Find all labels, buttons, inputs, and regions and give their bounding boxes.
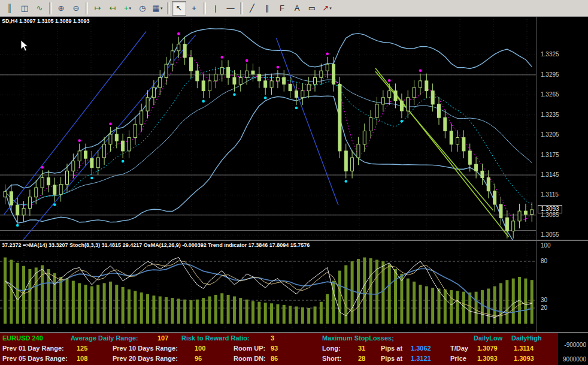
adr-label: Average Daily Range: xyxy=(71,334,138,342)
bar-chart-icon: ║ xyxy=(7,4,12,12)
mt4-window: ║◫∿⊕⊖↦↤+▾◷▦▾↖+|―╱∥FA▭↗▾ SD,H4 1.3097 1.3… xyxy=(0,0,588,365)
trendline-icon: ╱ xyxy=(250,4,254,12)
price-axis-label: 1.3235 xyxy=(541,111,559,118)
zoom-out-button[interactable]: ⊖ xyxy=(69,1,83,16)
fibonacci-icon: F xyxy=(280,4,284,12)
indicator-title: 37.2372 =>MA(14) 33.3207 Stoch(8,3,3) 31… xyxy=(2,242,310,248)
toolbar: ║◫∿⊕⊖↦↤+▾◷▦▾↖+|―╱∥FA▭↗▾ xyxy=(0,0,588,17)
line-chart-icon: ∿ xyxy=(37,4,43,12)
template-button[interactable]: ▦▾ xyxy=(150,1,165,16)
arrow-tools-button[interactable]: ↗▾ xyxy=(320,1,334,16)
period-button[interactable]: ◷ xyxy=(135,1,150,16)
toolbar-separator xyxy=(167,2,169,14)
short-price: 1.3121 xyxy=(411,355,431,362)
info-panel: EURUSD 240 Average Daily Range: 107 Risk… xyxy=(0,333,558,365)
price-axis-label: 1.3325 xyxy=(541,51,559,58)
roomdn-label: Room DN: xyxy=(234,355,266,362)
osma-axis-max: 9000000 xyxy=(563,356,586,363)
price-label: Price xyxy=(450,355,466,362)
dailylow-header: DailyLow xyxy=(474,334,502,342)
pips-at-short-label: Pips at xyxy=(381,355,402,362)
auto-scroll-button[interactable]: ↦ xyxy=(90,1,105,16)
candlestick-chart-button[interactable]: ◫ xyxy=(17,1,32,16)
text-label-icon: ▭ xyxy=(308,4,316,12)
indicator-axis-label: 30 xyxy=(541,297,547,303)
main-chart-canvas[interactable] xyxy=(0,17,536,240)
dropdown-arrow-icon: ▾ xyxy=(129,6,132,10)
indicator-axis-label: 100 xyxy=(541,242,551,249)
cursor-icon: ↖ xyxy=(176,4,183,12)
prev10-value: 100 xyxy=(195,345,205,352)
text-label-button[interactable]: ▭ xyxy=(305,1,319,16)
price-low: 1.3093 xyxy=(477,355,498,362)
price-high: 1.3093 xyxy=(514,355,534,362)
prev20-label: Prev 20 Days Range: xyxy=(113,355,178,362)
equidistant-channel-button[interactable]: ∥ xyxy=(260,1,274,16)
indicator-axis-label: 20 xyxy=(541,304,547,311)
price-axis-label: 1.3175 xyxy=(541,152,559,158)
price-axis-label: 1.3055 xyxy=(541,231,559,238)
rr-value: 3 xyxy=(271,334,274,342)
prev01-label: Prev 01 Day Range: xyxy=(2,345,64,352)
chart-shift-button[interactable]: ↤ xyxy=(105,1,120,16)
symbol-timeframe: EURUSD 240 xyxy=(2,334,43,342)
pips-at-long-label: Pips at xyxy=(381,345,402,352)
rr-label: Risk to Reward Ratio: xyxy=(181,334,250,342)
horizontal-line-icon: ― xyxy=(227,4,235,12)
roomup-label: Room UP: xyxy=(234,345,265,352)
prev20-value: 96 xyxy=(195,355,202,362)
horizontal-line-button[interactable]: ― xyxy=(223,1,238,16)
long-value: 31 xyxy=(358,345,365,352)
roomdn-value: 86 xyxy=(271,355,278,362)
vertical-line-icon: | xyxy=(214,4,216,12)
bar-chart-button[interactable]: ║ xyxy=(2,1,17,16)
short-value: 28 xyxy=(358,355,365,362)
price-axis-label: 1.3295 xyxy=(541,71,559,78)
indicator-axis-bottom: -900000 9000000 xyxy=(558,333,588,365)
osma-axis-min: -900000 xyxy=(564,342,586,348)
chart-title-ohlc: SD,H4 1.3097 1.3105 1.3089 1.3093 xyxy=(2,18,90,24)
line-chart-button[interactable]: ∿ xyxy=(32,1,47,16)
adr-value: 107 xyxy=(157,334,168,342)
price-axis-label: 1.3115 xyxy=(541,191,559,198)
text-button[interactable]: A xyxy=(290,1,304,16)
indicator-canvas[interactable] xyxy=(0,241,536,332)
price-axis-label: 1.3265 xyxy=(541,91,559,98)
tday-low: 1.3079 xyxy=(477,345,498,352)
price-axis-label: 1.3205 xyxy=(541,131,559,138)
indicator-axis[interactable]: 100803020 xyxy=(536,241,588,332)
zoom-in-button[interactable]: ⊕ xyxy=(54,1,68,16)
candlestick-chart-icon: ◫ xyxy=(21,4,28,12)
tday-high: 1.3114 xyxy=(514,345,534,352)
crosshair-icon: + xyxy=(192,4,196,12)
trendline-button[interactable]: ╱ xyxy=(245,1,259,16)
indicator-pane[interactable]: 37.2372 =>MA(14) 33.3207 Stoch(8,3,3) 31… xyxy=(0,241,536,332)
zoom-in-icon: ⊕ xyxy=(58,4,65,12)
crosshair-button[interactable]: + xyxy=(187,1,201,16)
prev01-value: 125 xyxy=(77,345,87,352)
auto-scroll-icon: ↦ xyxy=(95,4,101,12)
maxsl-label: Maximum StopLosses; xyxy=(322,334,394,342)
chart-shift-icon: ↤ xyxy=(110,4,116,12)
vertical-line-button[interactable]: | xyxy=(208,1,223,16)
toolbar-separator xyxy=(240,2,243,14)
indicator-axis-label: 80 xyxy=(541,258,547,264)
prev05-label: Prev 05 Days Range: xyxy=(2,355,68,362)
toolbar-separator xyxy=(204,2,206,14)
arrow-tools-icon: ↗ xyxy=(322,4,329,12)
equidistant-channel-icon: ∥ xyxy=(265,4,269,12)
roomup-value: 93 xyxy=(271,345,278,352)
add-indicator-icon: + xyxy=(124,4,129,12)
add-indicator-button[interactable]: +▾ xyxy=(120,1,135,16)
tday-label: T/Day xyxy=(450,345,468,352)
price-axis[interactable]: 1.3093 1.33251.32951.32651.32351.32051.3… xyxy=(536,17,588,240)
fibonacci-button[interactable]: F xyxy=(275,1,289,16)
dailyhigh-header: DailyHigh xyxy=(511,334,542,342)
price-axis-label: 1.3085 xyxy=(541,212,559,218)
period-icon: ◷ xyxy=(139,4,146,12)
zoom-out-icon: ⊖ xyxy=(73,4,80,12)
cursor-button[interactable]: ↖ xyxy=(172,1,186,16)
toolbar-separator xyxy=(49,2,51,14)
main-chart[interactable]: SD,H4 1.3097 1.3105 1.3089 1.3093 xyxy=(0,17,536,240)
text-icon: A xyxy=(295,4,300,12)
